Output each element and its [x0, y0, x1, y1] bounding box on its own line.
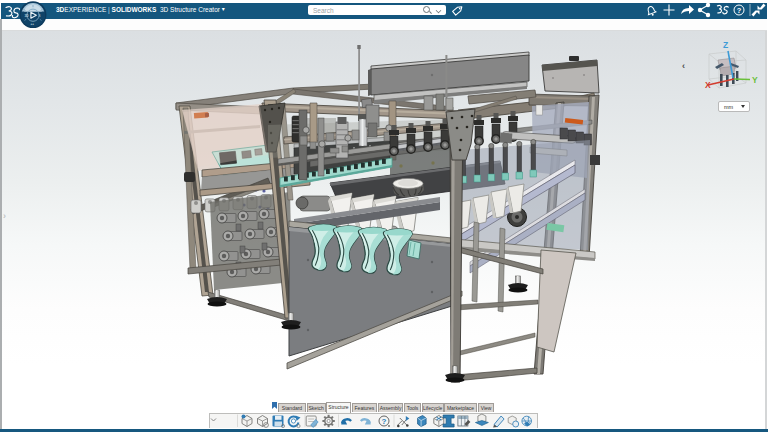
- svg-text:X: X: [705, 80, 711, 90]
- svg-text:3D: 3D: [25, 14, 30, 18]
- svg-text:Z: Z: [723, 40, 728, 50]
- svg-text:?: ?: [382, 417, 387, 426]
- svg-text:S: S: [39, 14, 41, 18]
- svg-text:?: ?: [737, 6, 742, 15]
- svg-text:●●: ●●: [30, 22, 34, 26]
- svg-text:Y: Y: [752, 75, 758, 85]
